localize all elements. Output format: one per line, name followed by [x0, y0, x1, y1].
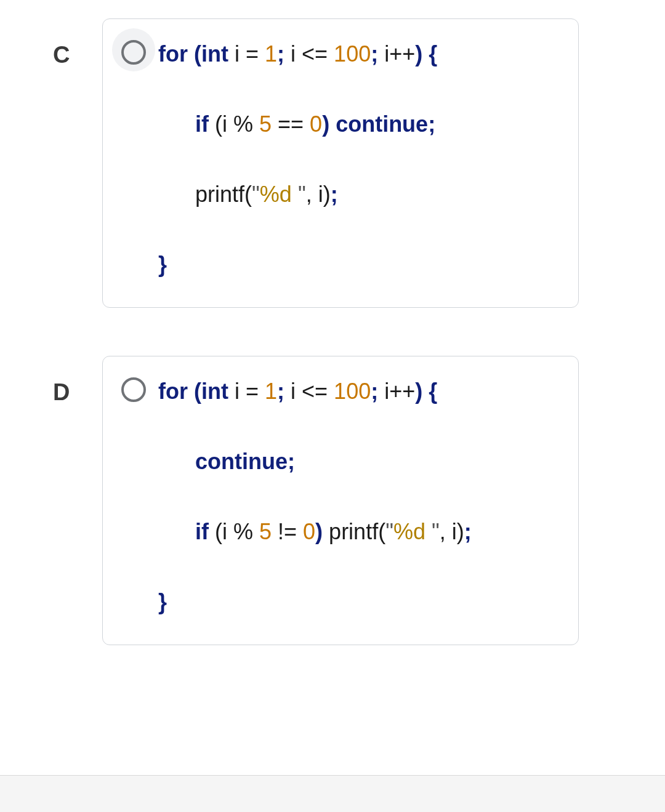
radio-wrap-d: [115, 375, 152, 402]
code-line: for (int i = 1; i <= 100; i++) {: [158, 375, 562, 408]
text: i =: [228, 379, 265, 404]
semicolon: ;: [277, 379, 284, 404]
code-line: if (i % 5 == 0) continue;: [158, 108, 562, 141]
option-card-d[interactable]: for (int i = 1; i <= 100; i++) { continu…: [102, 356, 579, 645]
code-line: for (int i = 1; i <= 100; i++) {: [158, 38, 562, 71]
code-line: continue;: [158, 445, 562, 478]
radio-button-d[interactable]: [121, 377, 146, 402]
paren-open: (: [188, 41, 201, 66]
option-row-c: C for (int i = 1; i <= 100; i++) { if (i…: [0, 18, 665, 308]
code-line: }: [158, 248, 562, 281]
type-int: int: [201, 379, 228, 404]
string: %d: [260, 182, 298, 207]
keyword-if: if: [195, 519, 209, 544]
number: 5: [259, 111, 272, 137]
text: i <=: [284, 379, 334, 404]
code-line: if (i % 5 != 0) printf("%d ", i);: [158, 515, 562, 549]
fn-printf: printf: [195, 182, 244, 207]
string: %d: [393, 519, 432, 544]
text: (i %: [209, 519, 259, 544]
semicolon: ;: [277, 41, 284, 66]
code-block-d: for (int i = 1; i <= 100; i++) { continu…: [152, 375, 562, 619]
quote: ": [298, 182, 306, 207]
radio-wrap-c: [115, 38, 152, 65]
text: , i): [440, 519, 464, 544]
text: ==: [272, 111, 310, 137]
text: , i): [306, 182, 331, 207]
radio-button-c[interactable]: [121, 40, 146, 65]
option-letter-c: C: [53, 18, 102, 68]
text: i++: [378, 379, 415, 404]
semicolon: ;: [428, 111, 435, 137]
page: C for (int i = 1; i <= 100; i++) { if (i…: [0, 0, 665, 776]
text: i <=: [284, 41, 334, 66]
number: 100: [334, 41, 371, 66]
semicolon: ;: [371, 379, 378, 404]
code-block-c: for (int i = 1; i <= 100; i++) { if (i %…: [152, 38, 562, 281]
number: 0: [310, 111, 322, 137]
paren-close-brace: ) {: [415, 41, 437, 66]
brace-close: }: [158, 589, 167, 614]
keyword-if: if: [195, 111, 209, 137]
fn-printf: printf: [329, 519, 378, 544]
type-int: int: [201, 41, 228, 66]
keyword-continue: continue: [195, 449, 288, 474]
text: i =: [228, 41, 265, 66]
paren-close: ): [322, 111, 336, 137]
paren-close: ): [315, 519, 329, 544]
semicolon: ;: [288, 449, 295, 474]
code-line: printf("%d ", i);: [158, 178, 562, 211]
text: !=: [272, 519, 303, 544]
quote: ": [432, 519, 440, 544]
number: 0: [303, 519, 315, 544]
paren-open: (: [188, 379, 201, 404]
text: (i %: [209, 111, 259, 137]
paren-open: (: [378, 519, 385, 544]
semicolon: ;: [464, 519, 472, 544]
keyword-for: for: [158, 379, 188, 404]
semicolon: ;: [371, 41, 378, 66]
brace-close: }: [158, 252, 167, 277]
text: i++: [378, 41, 415, 66]
keyword-for: for: [158, 41, 188, 66]
option-card-c[interactable]: for (int i = 1; i <= 100; i++) { if (i %…: [102, 18, 579, 308]
paren-close-brace: ) {: [415, 379, 437, 404]
number: 1: [265, 379, 277, 404]
paren-open: (: [244, 182, 252, 207]
quote: ": [385, 519, 393, 544]
keyword-continue: continue: [336, 111, 428, 137]
number: 5: [259, 519, 272, 544]
option-row-d: D for (int i = 1; i <= 100; i++) { conti…: [0, 356, 665, 645]
option-letter-d: D: [53, 356, 102, 406]
quote: ": [252, 182, 260, 207]
code-line: }: [158, 585, 562, 619]
number: 100: [334, 379, 371, 404]
semicolon: ;: [331, 182, 338, 207]
number: 1: [265, 41, 277, 66]
